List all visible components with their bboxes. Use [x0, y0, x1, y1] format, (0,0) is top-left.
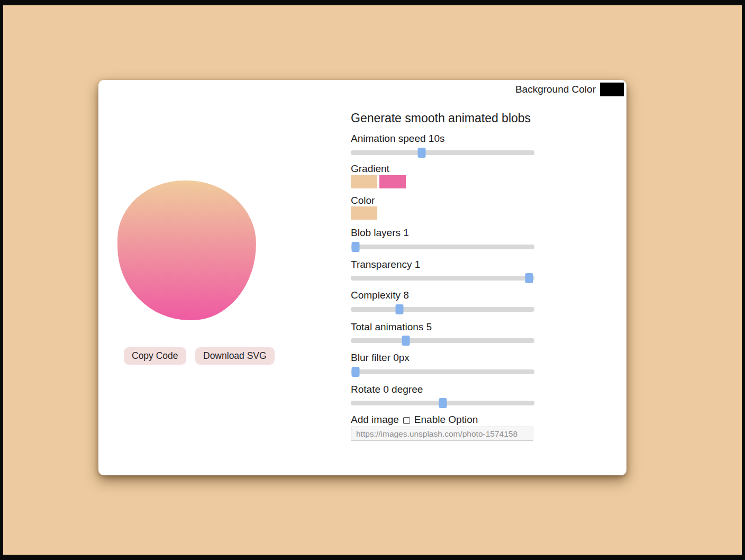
desktop: { "window": { "frame_color": "#0a0a0a", …	[0, 0, 745, 560]
enable-option-checkbox[interactable]	[403, 417, 410, 424]
total-animations-label: Total animations 5	[351, 320, 432, 334]
enable-option-label: Enable Option	[414, 413, 478, 427]
page-title: Generate smooth animated blobs	[351, 111, 531, 125]
image-url-input[interactable]	[351, 427, 533, 441]
slider-track[interactable]	[351, 245, 534, 249]
background-color-label: Background Color	[515, 84, 596, 95]
rotate-label: Rotate 0 degree	[351, 383, 423, 396]
slider-thumb[interactable]	[439, 398, 447, 408]
complexity-slider[interactable]	[351, 304, 534, 314]
add-image-row: Add image Enable Option	[351, 413, 478, 427]
complexity-label: Complexity 8	[351, 288, 409, 302]
rotate-slider[interactable]	[351, 398, 534, 408]
slider-thumb[interactable]	[395, 304, 403, 314]
slider-track[interactable]	[351, 276, 534, 281]
transparency-label: Transparency 1	[351, 258, 420, 272]
background-color-control: Background Color	[515, 83, 624, 96]
download-svg-button[interactable]: Download SVG	[195, 347, 275, 365]
slider-thumb[interactable]	[525, 273, 533, 283]
gradient-label: Gradient	[351, 162, 389, 176]
slider-track[interactable]	[351, 307, 534, 312]
gradient-color-2-swatch[interactable]	[379, 175, 406, 188]
total-animations-slider[interactable]	[351, 336, 534, 346]
animation-speed-label: Animation speed 10s	[351, 132, 444, 146]
gradient-color-1-swatch[interactable]	[351, 175, 377, 188]
slider-thumb[interactable]	[352, 242, 360, 252]
slider-track[interactable]	[351, 338, 534, 343]
animation-speed-slider[interactable]	[351, 148, 534, 158]
slider-track[interactable]	[351, 150, 534, 155]
color-swatch[interactable]	[351, 206, 377, 220]
blur-filter-label: Blur filter 0px	[351, 351, 410, 365]
blob-preview	[117, 180, 256, 320]
blob-layers-label: Blob layers 1	[351, 226, 409, 240]
blur-filter-slider[interactable]	[351, 367, 534, 377]
transparency-slider[interactable]	[351, 273, 534, 283]
blob-layers-slider[interactable]	[351, 242, 534, 252]
slider-thumb[interactable]	[402, 336, 410, 346]
app-card: Background Color Copy Code Download SVG …	[98, 80, 626, 475]
slider-thumb[interactable]	[417, 148, 425, 158]
background-color-swatch[interactable]	[600, 83, 624, 96]
slider-track[interactable]	[351, 369, 534, 374]
color-label: Color	[351, 194, 375, 207]
copy-code-button[interactable]: Copy Code	[124, 347, 186, 365]
add-image-label: Add image	[351, 413, 399, 427]
slider-thumb[interactable]	[352, 367, 360, 377]
